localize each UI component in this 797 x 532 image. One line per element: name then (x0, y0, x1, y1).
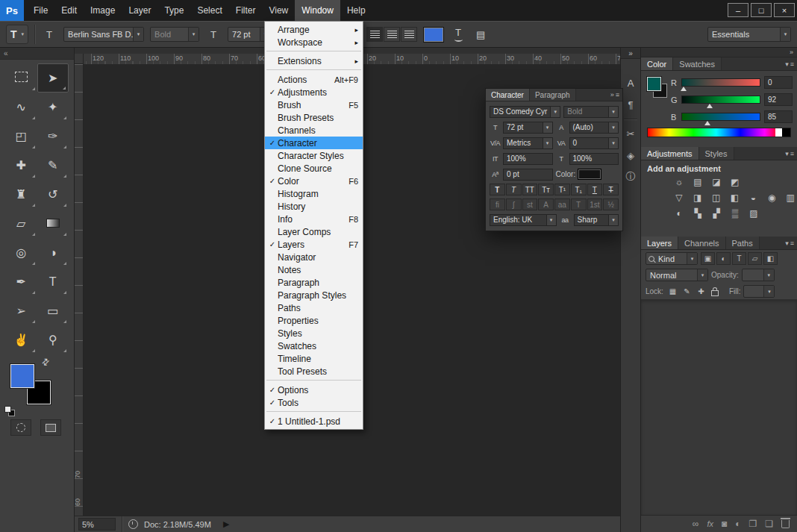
font-style-select[interactable]: Bold ▾ (150, 27, 199, 42)
curves-icon[interactable]: ◪ (710, 176, 723, 187)
layers-panel-tab-layers[interactable]: Layers (641, 237, 678, 249)
threshold-icon[interactable]: ▞ (710, 207, 723, 219)
vibrance-icon[interactable]: ▽ (672, 192, 686, 203)
layers-panel-tab-paths[interactable]: Paths (726, 237, 760, 249)
maximize-button[interactable]: □ (751, 3, 772, 17)
window-menu-item-swatches[interactable]: Swatches (265, 339, 363, 352)
info-panel-icon[interactable]: ⓘ (623, 169, 638, 184)
add-layer-mask-icon[interactable]: ◙ (722, 519, 727, 529)
window-menu-item-1-untitled-1-psd[interactable]: ✓1 Untitled-1.psd (265, 415, 363, 428)
oldstyle-figures-button[interactable]: T (571, 198, 587, 210)
window-menu-item-arrange[interactable]: Arrange▸ (265, 23, 363, 36)
char-font-family-select[interactable]: DS Comedy Cyr ▾ (490, 106, 560, 118)
move-tool[interactable]: ➤ (37, 63, 69, 93)
lasso-tool[interactable]: ∿ (5, 93, 37, 122)
opacity-field[interactable]: ▾ (742, 269, 775, 281)
menu-layer[interactable]: Layer (122, 0, 157, 21)
magic-wand-tool[interactable]: ✦ (37, 93, 69, 122)
lock-position-icon[interactable]: ✚ (695, 286, 707, 297)
character-panel-icon[interactable]: A (623, 75, 638, 90)
align-right-button[interactable] (401, 27, 417, 42)
language-select[interactable]: English: UK▾ (490, 214, 557, 226)
screen-mode-button[interactable] (40, 419, 61, 436)
hue-saturation-icon[interactable]: ◨ (691, 192, 704, 203)
adjustments-panel-tab-styles[interactable]: Styles (699, 147, 734, 160)
foreground-color-swatch[interactable] (10, 364, 34, 388)
black-white-icon[interactable]: ◧ (728, 192, 742, 203)
channel-value-b[interactable]: 85 (764, 110, 793, 123)
menu-file[interactable]: File (27, 0, 54, 21)
panel-menu-button[interactable]: ▾≡ (784, 57, 797, 70)
invert-icon[interactable]: ◐ (672, 207, 686, 219)
fill-field[interactable]: ▾ (743, 285, 775, 298)
menu-view[interactable]: View (262, 0, 295, 21)
kerning-select[interactable]: Metrics▾ (503, 137, 553, 149)
rectangular-marquee-tool[interactable] (5, 63, 37, 93)
brush-tool[interactable]: ✎ (37, 151, 69, 180)
tools-panel-header[interactable]: « (0, 48, 74, 60)
menu-filter[interactable]: Filter (229, 0, 263, 21)
eyedropper-tool[interactable]: ✑ (37, 122, 69, 151)
panel-menu-button[interactable]: »≡ (609, 89, 622, 101)
channel-slider-g[interactable] (681, 96, 760, 104)
zoom-level-field[interactable]: 5% (78, 518, 116, 531)
photo-filter-icon[interactable]: ◒ (746, 192, 760, 203)
color-spectrum-ramp[interactable] (647, 128, 791, 137)
align-center-button[interactable] (384, 27, 400, 42)
window-menu-item-styles[interactable]: Styles (265, 327, 363, 339)
close-button[interactable]: × (774, 3, 795, 17)
text-orientation-button[interactable]: T (41, 26, 57, 43)
type-tool[interactable]: T (37, 267, 69, 296)
window-menu-item-properties[interactable]: Properties (265, 314, 363, 327)
warp-text-button[interactable]: T (450, 26, 466, 43)
superscript-button[interactable]: T¹ (554, 184, 570, 195)
layers-list[interactable] (641, 299, 797, 515)
new-adjustment-layer-icon[interactable]: ◐ (735, 519, 740, 529)
color-lookup-icon[interactable]: ▥ (784, 192, 797, 203)
window-menu-item-history[interactable]: History (265, 200, 363, 213)
panel-menu-button[interactable]: ▾≡ (784, 147, 797, 160)
window-menu-item-adjustments[interactable]: ✓Adjustments (265, 86, 363, 98)
window-menu-item-extensions[interactable]: Extensions▸ (265, 54, 363, 67)
window-menu-item-paths[interactable]: Paths (265, 301, 363, 314)
workspace-select[interactable]: Essentials ▾ (707, 27, 791, 42)
subscript-button[interactable]: T₁ (571, 184, 587, 195)
character-panel-tab-paragraph[interactable]: Paragraph (530, 89, 576, 101)
expand-dock-button[interactable]: » (621, 48, 640, 59)
filter-shape-layers-icon[interactable]: ▱ (748, 252, 762, 265)
menu-select[interactable]: Select (190, 0, 228, 21)
color-panel-tab-color[interactable]: Color (641, 57, 673, 70)
window-menu-item-navigator[interactable]: Navigator (265, 251, 363, 263)
layers-panel-tab-channels[interactable]: Channels (678, 237, 725, 249)
small-caps-button[interactable]: Tᴛ (538, 184, 554, 195)
color-panel-tab-swatches[interactable]: Swatches (673, 57, 722, 70)
font-family-select[interactable]: Berlin Sans FB D... ▾ (63, 27, 144, 42)
baseline-shift-field[interactable]: 0 pt (503, 169, 553, 181)
all-caps-button[interactable]: TT (522, 184, 538, 195)
window-menu-item-notes[interactable]: Notes (265, 263, 363, 276)
scissors-panel-icon[interactable]: ✂ (623, 126, 638, 141)
rectangle-tool[interactable]: ▭ (37, 296, 69, 325)
default-colors-icon[interactable] (4, 406, 16, 417)
status-options-arrow-icon[interactable]: ▶ (223, 519, 229, 529)
vertical-ruler[interactable]: 7060 (74, 64, 84, 516)
posterize-icon[interactable]: ▚ (691, 207, 704, 219)
faux-italic-button[interactable]: T (506, 184, 522, 195)
anti-alias-select[interactable]: Sharp▾ (574, 214, 619, 226)
channel-mixer-icon[interactable]: ◉ (765, 192, 778, 203)
lock-all-icon[interactable] (709, 286, 722, 297)
char-text-color-swatch[interactable] (578, 169, 601, 180)
exposure-icon[interactable]: ◩ (728, 176, 742, 187)
menu-image[interactable]: Image (84, 0, 122, 21)
titling-alternates-button[interactable]: aa (554, 198, 570, 210)
swash-button[interactable]: ʃ (506, 198, 522, 210)
char-font-size-select[interactable]: 72 pt▾ (503, 122, 553, 134)
history-brush-tool[interactable]: ↺ (37, 180, 69, 209)
menu-edit[interactable]: Edit (54, 0, 84, 21)
channel-slider-r[interactable] (681, 78, 760, 87)
ruler-corner[interactable] (74, 54, 84, 64)
window-menu-item-paragraph-styles[interactable]: Paragraph Styles (265, 289, 363, 301)
blur-tool[interactable]: ◎ (5, 238, 37, 267)
stylistic-alternates-button[interactable]: A (538, 198, 554, 210)
menu-type[interactable]: Type (157, 0, 190, 21)
